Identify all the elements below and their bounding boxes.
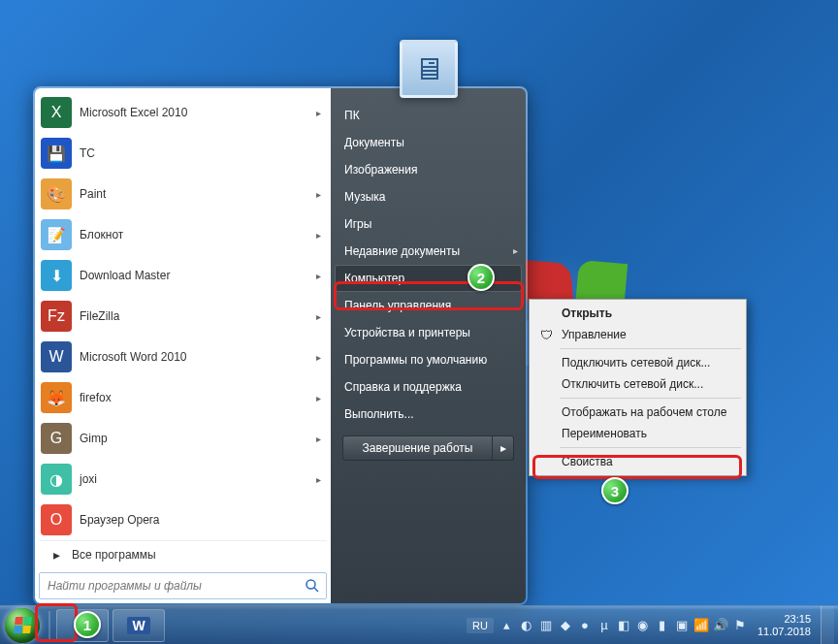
context-menu-separator xyxy=(560,447,741,448)
tray-generic-icon[interactable]: ▥ xyxy=(538,618,554,632)
submenu-arrow-icon: ▸ xyxy=(316,189,325,200)
shield-icon: 🛡 xyxy=(538,327,554,342)
tray-generic-icon[interactable]: ◆ xyxy=(558,618,573,632)
program-item[interactable]: XMicrosoft Excel 2010▸ xyxy=(39,92,327,133)
tray-network-icon[interactable]: 📶 xyxy=(693,618,709,632)
windows-orb-icon xyxy=(5,608,40,643)
program-item[interactable]: 📝Блокнот▸ xyxy=(39,214,327,255)
submenu-arrow-icon: ▸ xyxy=(316,108,325,118)
context-menu-item[interactable]: Подключить сетевой диск... xyxy=(532,352,743,373)
start-menu-places-panel: 🖥 ПКДокументыИзображенияМузыкаИгрыНедавн… xyxy=(331,88,526,603)
program-label: joxi xyxy=(80,472,316,486)
program-label: FileZilla xyxy=(80,309,316,323)
shutdown-bar: Завершение работы ▸ xyxy=(342,435,514,461)
tray-overflow-icon[interactable]: ▴ xyxy=(500,618,515,632)
places-item[interactable]: ПК xyxy=(331,102,526,129)
places-item[interactable]: Документы xyxy=(331,129,526,156)
context-menu-item[interactable]: Управление🛡 xyxy=(532,324,743,345)
program-item[interactable]: ◑joxi▸ xyxy=(39,459,327,499)
taskbar-app-word[interactable]: W xyxy=(113,609,165,642)
tray-generic-icon[interactable]: ▣ xyxy=(674,618,690,632)
tray-generic-icon[interactable]: ● xyxy=(577,618,593,632)
tray-generic-icon[interactable]: ◉ xyxy=(635,618,651,632)
places-item[interactable]: Справка и поддержка xyxy=(331,373,526,401)
program-icon: X xyxy=(41,97,72,128)
svg-line-1 xyxy=(314,588,318,592)
search-box xyxy=(39,572,327,599)
system-tray: RU ▴ ◐ ▥ ◆ ● µ ◧ ◉ ▮ ▣ 📶 🔊 ⚑ 23:15 11.07… xyxy=(467,606,838,645)
program-item[interactable]: OБраузер Opera xyxy=(39,499,327,540)
places-item[interactable]: Устройства и принтеры xyxy=(331,319,526,346)
context-menu-separator xyxy=(560,398,741,399)
taskbar: 📁 W RU ▴ ◐ ▥ ◆ ● µ ◧ ◉ ▮ ▣ 📶 🔊 ⚑ 23:15 1… xyxy=(0,605,838,644)
program-icon: 🎨 xyxy=(41,178,72,209)
submenu-arrow-icon: ▸ xyxy=(316,311,325,322)
places-item[interactable]: Программы по умолчанию xyxy=(331,346,526,373)
clock[interactable]: 23:15 11.07.2018 xyxy=(754,613,815,638)
submenu-arrow-icon: ▸ xyxy=(316,434,325,444)
context-menu-item[interactable]: Переименовать xyxy=(532,423,743,444)
shutdown-options-button[interactable]: ▸ xyxy=(493,435,514,461)
context-menu-item[interactable]: Отключить сетевой диск... xyxy=(532,373,743,395)
program-label: Paint xyxy=(80,187,316,201)
program-label: firefox xyxy=(80,391,316,404)
program-icon: ◑ xyxy=(41,464,72,495)
program-label: Gimp xyxy=(80,432,316,445)
program-icon: O xyxy=(41,504,72,535)
program-label: Microsoft Excel 2010 xyxy=(80,106,316,119)
clock-date: 11.07.2018 xyxy=(757,626,811,638)
submenu-arrow-icon: ▸ xyxy=(316,393,325,403)
program-label: Microsoft Word 2010 xyxy=(80,350,316,364)
program-item[interactable]: FzFileZilla▸ xyxy=(39,296,327,337)
all-programs-label: Все программы xyxy=(72,548,156,562)
submenu-arrow-icon: ▸ xyxy=(316,474,325,485)
program-item[interactable]: GGimp▸ xyxy=(39,418,327,459)
user-picture-icon[interactable]: 🖥 xyxy=(400,40,458,98)
context-menu-separator xyxy=(560,348,741,349)
tray-action-center-icon[interactable]: ⚑ xyxy=(732,618,748,632)
start-button[interactable] xyxy=(0,606,45,645)
submenu-arrow-icon: ▸ xyxy=(316,230,325,241)
places-item[interactable]: Игры xyxy=(331,210,526,238)
tray-icons: ▴ ◐ ▥ ◆ ● µ ◧ ◉ ▮ ▣ 📶 🔊 ⚑ xyxy=(500,618,748,632)
context-menu-item[interactable]: Открыть xyxy=(532,303,743,324)
tray-generic-icon[interactable]: ◐ xyxy=(519,618,534,632)
program-item[interactable]: WMicrosoft Word 2010▸ xyxy=(39,337,327,377)
program-item[interactable]: 🎨Paint▸ xyxy=(39,174,327,214)
program-icon: G xyxy=(41,423,72,454)
places-item[interactable]: Музыка xyxy=(331,183,526,210)
search-icon[interactable] xyxy=(299,573,326,598)
context-menu-item[interactable]: Свойства xyxy=(532,451,743,472)
program-icon: 🦊 xyxy=(41,382,72,413)
submenu-arrow-icon: ▸ xyxy=(513,245,518,256)
tray-utorrent-icon[interactable]: µ xyxy=(596,618,612,632)
shutdown-button[interactable]: Завершение работы xyxy=(342,435,493,461)
places-item[interactable]: Недавние документы▸ xyxy=(331,238,526,265)
all-programs-button[interactable]: ▸ Все программы xyxy=(39,540,327,568)
show-desktop-button[interactable] xyxy=(821,606,834,645)
tray-generic-icon[interactable]: ◧ xyxy=(616,618,631,632)
program-label: Блокнот xyxy=(80,228,316,242)
program-icon: 💾 xyxy=(41,138,72,169)
clock-time: 23:15 xyxy=(757,613,811,626)
program-label: Download Master xyxy=(80,269,316,282)
tray-generic-icon[interactable]: ▮ xyxy=(655,618,670,632)
context-menu-item[interactable]: Отображать на рабочем столе xyxy=(532,402,743,423)
step-marker-1: 1 xyxy=(74,611,101,638)
places-item[interactable]: Изображения xyxy=(331,156,526,183)
program-icon: W xyxy=(41,341,72,372)
program-list: XMicrosoft Excel 2010▸💾TC🎨Paint▸📝Блокнот… xyxy=(39,92,327,540)
places-item[interactable]: Панель управления xyxy=(331,292,526,319)
program-item[interactable]: 🦊firefox▸ xyxy=(39,377,327,418)
program-item[interactable]: 💾TC xyxy=(39,133,327,174)
tray-volume-icon[interactable]: 🔊 xyxy=(713,618,728,632)
program-icon: ⬇ xyxy=(41,260,72,291)
places-item[interactable]: Выполнить... xyxy=(331,401,526,428)
submenu-arrow-icon: ▸ xyxy=(316,271,325,281)
program-icon: 📝 xyxy=(41,219,72,250)
language-indicator[interactable]: RU xyxy=(467,618,494,633)
taskbar-separator xyxy=(48,611,50,640)
program-item[interactable]: ⬇Download Master▸ xyxy=(39,255,327,296)
search-input[interactable] xyxy=(40,573,299,598)
arrow-right-icon: ▸ xyxy=(41,547,72,563)
